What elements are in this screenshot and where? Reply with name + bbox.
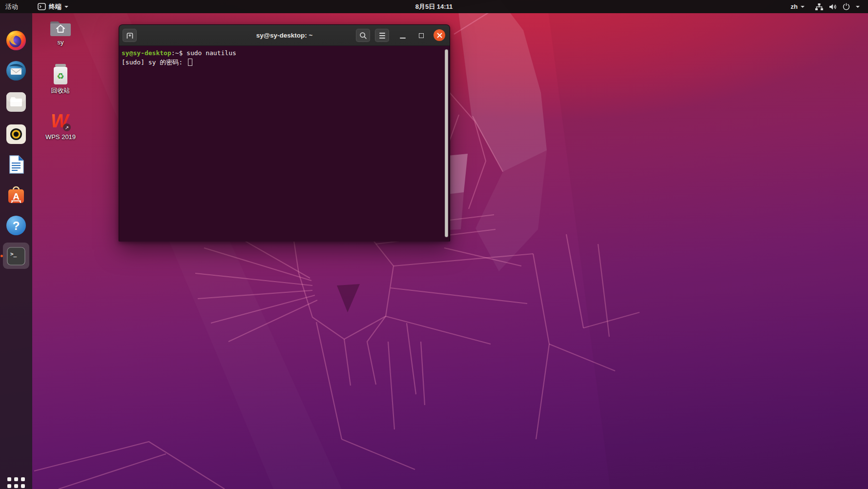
app-menu-label: 终端 bbox=[49, 2, 62, 11]
network-wired-icon bbox=[815, 3, 823, 10]
terminal-window: sy@sy-desktop: ~ sy@sy-desktop:~$ sudo n… bbox=[119, 24, 450, 242]
dock-item-terminal[interactable]: >_ bbox=[6, 246, 26, 266]
app-menu-button[interactable]: 终端 bbox=[32, 0, 74, 13]
desktop-icon-trash[interactable]: ♻ 回收站 bbox=[40, 63, 82, 95]
ubuntu-software-icon: A bbox=[6, 185, 26, 205]
libreoffice-writer-icon bbox=[6, 154, 26, 175]
topbar-left-group: 活动 终端 bbox=[0, 0, 74, 13]
language-indicator[interactable]: zh bbox=[785, 0, 810, 13]
desktop-icon-home-folder[interactable]: sy bbox=[40, 19, 82, 46]
dock-item-libreoffice-writer[interactable] bbox=[6, 154, 26, 175]
terminal-icon: >_ bbox=[6, 246, 26, 266]
show-applications-button[interactable] bbox=[7, 477, 25, 489]
terminal-line-2: [sudo] sy 的密码: bbox=[122, 58, 440, 67]
dock-item-ubuntu-software[interactable]: A bbox=[6, 185, 26, 205]
terminal-titlebar[interactable]: sy@sy-desktop: ~ bbox=[119, 25, 450, 46]
desktop-icon-label: 回收站 bbox=[40, 86, 82, 95]
running-indicator-dot bbox=[0, 255, 3, 257]
help-icon: ? bbox=[6, 215, 26, 236]
new-tab-icon bbox=[125, 31, 134, 40]
top-bar: 活动 终端 8月5日 14:11 zh bbox=[0, 0, 868, 13]
help-question-glyph: ? bbox=[13, 219, 20, 232]
terminal-app-mini-icon bbox=[38, 3, 46, 10]
chevron-down-icon bbox=[64, 6, 68, 8]
recycle-glyph: ♻ bbox=[57, 71, 64, 81]
rhythmbox-icon bbox=[6, 124, 26, 144]
terminal-line-1: sy@sy-desktop:~$ sudo nautilus bbox=[122, 48, 440, 58]
close-icon bbox=[437, 33, 442, 38]
wps-2019-icon: W ↗ bbox=[49, 111, 72, 132]
thunderbird-icon bbox=[6, 61, 26, 81]
minimize-icon bbox=[400, 38, 406, 39]
dock-item-files[interactable] bbox=[6, 92, 26, 112]
terminal-prompt-glyph: >_ bbox=[10, 251, 17, 257]
clock-label: 8月5日 14:11 bbox=[415, 2, 453, 11]
dock-item-thunderbird[interactable] bbox=[6, 61, 26, 81]
files-icon bbox=[6, 92, 26, 112]
dock-item-rhythmbox[interactable] bbox=[6, 124, 26, 144]
firefox-icon bbox=[6, 30, 26, 51]
trash-icon: ♻ bbox=[50, 63, 71, 85]
menu-button[interactable] bbox=[375, 29, 389, 42]
password-prompt-text: [sudo] sy 的密码: bbox=[122, 59, 186, 66]
hamburger-icon bbox=[379, 33, 385, 39]
dock: A ? >_ bbox=[0, 13, 32, 489]
dock-item-firefox[interactable] bbox=[6, 30, 26, 51]
maximize-icon bbox=[419, 33, 424, 38]
prompt-separator: :~$ bbox=[171, 49, 186, 57]
ubuntu-software-letter: A bbox=[13, 191, 20, 202]
new-tab-button[interactable] bbox=[123, 29, 137, 42]
topbar-right-group: zh bbox=[785, 0, 868, 13]
terminal-scrollbar[interactable] bbox=[445, 49, 448, 237]
home-folder-icon bbox=[49, 19, 72, 37]
prompt-user-host: sy@sy-desktop bbox=[122, 49, 171, 57]
volume-icon bbox=[829, 3, 837, 10]
search-icon bbox=[359, 32, 367, 40]
activities-label: 活动 bbox=[5, 2, 18, 11]
desktop-icon-label: WPS 2019 bbox=[40, 133, 82, 141]
maximize-button[interactable] bbox=[414, 29, 428, 42]
terminal-cursor bbox=[188, 59, 192, 66]
language-label: zh bbox=[791, 3, 798, 10]
chevron-down-icon bbox=[801, 6, 805, 8]
terminal-content[interactable]: sy@sy-desktop:~$ sudo nautilus [sudo] sy… bbox=[119, 46, 450, 242]
desktop-icon-label: sy bbox=[40, 39, 82, 46]
search-button[interactable] bbox=[356, 29, 370, 42]
dock-item-help[interactable]: ? bbox=[6, 215, 26, 236]
clock-button[interactable]: 8月5日 14:11 bbox=[410, 0, 459, 13]
command-text: sudo nautilus bbox=[186, 49, 236, 57]
chevron-down-icon bbox=[856, 6, 860, 8]
system-menu-button[interactable] bbox=[810, 0, 865, 13]
power-icon bbox=[843, 3, 850, 10]
shortcut-arrow-glyph: ↗ bbox=[65, 125, 69, 130]
close-button[interactable] bbox=[434, 29, 445, 41]
desktop-icon-wps-2019[interactable]: W ↗ WPS 2019 bbox=[40, 111, 82, 141]
activities-button[interactable]: 活动 bbox=[0, 0, 23, 13]
minimize-button[interactable] bbox=[395, 29, 410, 42]
